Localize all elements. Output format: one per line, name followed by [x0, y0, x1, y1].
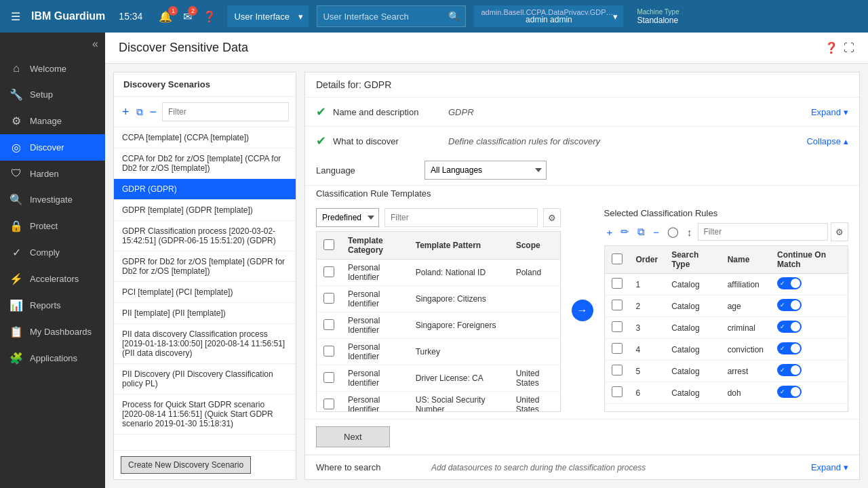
- scenario-item[interactable]: GDPR for Db2 for z/OS [template] (GDPR f…: [114, 251, 296, 282]
- delete-scenario-button[interactable]: −: [149, 105, 159, 119]
- next-button[interactable]: Next: [316, 426, 390, 447]
- notification-area: 🔔 1 ✉ 2 ❓: [156, 9, 219, 24]
- row-checkbox[interactable]: [323, 266, 334, 277]
- rule-checkbox[interactable]: [612, 321, 623, 332]
- help-button[interactable]: ❓: [200, 9, 219, 24]
- row-checkbox[interactable]: [323, 372, 334, 383]
- add-to-selected-button[interactable]: →: [572, 300, 593, 321]
- rule-checkbox[interactable]: [612, 365, 623, 375]
- cell-name: doh: [721, 382, 770, 404]
- sidebar-item-comply[interactable]: ✓Comply: [0, 239, 105, 266]
- main-content: Discover Sensitive Data ❓ ⛶ Discovery Sc…: [105, 33, 868, 488]
- page-resize-button[interactable]: ⛶: [844, 41, 854, 54]
- language-select[interactable]: All Languages: [425, 161, 547, 180]
- sidebar-item-investigate[interactable]: 🔍Investigate: [0, 186, 105, 213]
- rule-row[interactable]: 5 Catalog arrest ✓: [605, 361, 848, 382]
- rule-row[interactable]: 1 Catalog affiliation ✓: [605, 274, 848, 296]
- sidebar-item-protect[interactable]: 🔒Protect: [0, 213, 105, 239]
- table-row[interactable]: Personal Identifier Singapore: Citizens: [317, 286, 560, 312]
- scenario-item[interactable]: CCPA for Db2 for z/OS [template] (CCPA f…: [114, 148, 296, 179]
- copy-rule-button[interactable]: ⧉: [635, 224, 648, 239]
- rule-row[interactable]: 2 Catalog age ✓: [605, 296, 848, 317]
- page-title: Discover Sensitive Data: [119, 41, 248, 55]
- rule-row[interactable]: 4 Catalog conviction ✓: [605, 339, 848, 361]
- table-row[interactable]: Personal Identifier Singapore: Foreigner…: [317, 312, 560, 339]
- copy-scenario-button[interactable]: ⧉: [135, 106, 144, 118]
- sidebar-item-my-dashboards[interactable]: 📋My Dashboards: [0, 319, 105, 345]
- messages-button[interactable]: ✉ 2: [180, 9, 195, 24]
- continue-toggle[interactable]: ✓: [777, 342, 802, 354]
- continue-toggle[interactable]: ✓: [777, 386, 802, 398]
- sidebar-icon-investigate: 🔍: [9, 193, 23, 206]
- scenario-item[interactable]: PII [template] (PII [template]): [114, 303, 296, 324]
- search-input[interactable]: [323, 12, 448, 22]
- delete-rule-button[interactable]: −: [650, 225, 662, 239]
- row-checkbox[interactable]: [323, 399, 334, 409]
- sidebar-item-manage[interactable]: ⚙Manage: [0, 108, 105, 134]
- rule-row[interactable]: 3 Catalog criminal ✓: [605, 317, 848, 339]
- table-row[interactable]: Personal Identifier Poland: National ID …: [317, 260, 560, 286]
- name-expand-button[interactable]: Expand ▾: [811, 107, 848, 117]
- sidebar-item-applications[interactable]: 🧩Applications: [0, 345, 105, 371]
- predefined-select[interactable]: Predefined: [316, 208, 379, 227]
- row-checkbox[interactable]: [323, 293, 334, 304]
- scenario-item[interactable]: GDPR Classification process [2020-03-02-…: [114, 221, 296, 251]
- continue-toggle[interactable]: ✓: [777, 364, 802, 376]
- rule-checkbox[interactable]: [612, 300, 623, 310]
- create-scenario-button[interactable]: Create New Discovery Scenario: [121, 456, 251, 474]
- rule-checkbox[interactable]: [612, 343, 623, 354]
- rule-row[interactable]: 6 Catalog doh ✓: [605, 382, 848, 404]
- scenario-item[interactable]: GDPR [template] (GDPR [template]): [114, 200, 296, 221]
- sidebar-item-reports[interactable]: 📊Reports: [0, 292, 105, 319]
- rules-select-all[interactable]: [612, 253, 623, 264]
- filter-rule-button[interactable]: ◯: [665, 224, 682, 239]
- sidebar-label-investigate: Investigate: [30, 195, 73, 205]
- add-rule-button[interactable]: +: [604, 225, 616, 239]
- template-filter-input[interactable]: [384, 208, 538, 227]
- scenario-item[interactable]: PII Discovery (PII Discovery Classificat…: [114, 364, 296, 394]
- row-checkbox[interactable]: [323, 319, 334, 330]
- scenario-item[interactable]: Process for Quick Start GDPR scenario [2…: [114, 394, 296, 434]
- rules-settings-button[interactable]: ⚙: [831, 222, 848, 241]
- messages-badge: 2: [188, 6, 197, 16]
- hamburger-menu-button[interactable]: ☰: [8, 9, 23, 24]
- cell-pattern: US: Social Security Number: [409, 392, 509, 413]
- sort-rule-button[interactable]: ↕: [684, 225, 695, 239]
- cell-category: Personal Identifier: [341, 312, 409, 339]
- sidebar-toggle[interactable]: «: [0, 33, 105, 56]
- table-row[interactable]: Personal Identifier Turkey: [317, 339, 560, 365]
- continue-toggle[interactable]: ✓: [777, 299, 802, 311]
- where-expand-button[interactable]: Expand ▾: [811, 462, 848, 472]
- scenario-item[interactable]: PCI [template] (PCI [template]): [114, 282, 296, 303]
- sidebar-item-setup[interactable]: 🔧Setup: [0, 81, 105, 108]
- table-row[interactable]: Personal Identifier Driver License: CA U…: [317, 365, 560, 392]
- add-scenario-button[interactable]: +: [121, 105, 131, 119]
- col-name: Name: [721, 246, 770, 274]
- sidebar-item-accelerators[interactable]: ⚡Accelerators: [0, 266, 105, 292]
- rules-filter-input[interactable]: [698, 223, 828, 241]
- continue-toggle[interactable]: ✓: [777, 321, 802, 333]
- user-info-dropdown[interactable]: admin,Basell,CCPA,DataPrivacy,GDPR,GDPR …: [474, 5, 623, 27]
- scenario-item[interactable]: CCPA [template] (CCPA [template]): [114, 127, 296, 148]
- edit-rule-button[interactable]: ✏: [618, 224, 632, 239]
- scenario-item[interactable]: GDPR (GDPR): [114, 179, 296, 200]
- scenario-filter-input[interactable]: [162, 102, 289, 121]
- rule-checkbox[interactable]: [612, 386, 623, 397]
- sidebar-icon-comply: ✓: [9, 246, 23, 259]
- row-checkbox[interactable]: [323, 346, 334, 357]
- alerts-button[interactable]: 🔔 1: [156, 9, 175, 24]
- scenario-item[interactable]: PII data discovery Classification proces…: [114, 324, 296, 364]
- sidebar-item-discover[interactable]: ◎Discover: [0, 134, 105, 161]
- continue-toggle[interactable]: ✓: [777, 277, 802, 289]
- template-select-all[interactable]: [323, 239, 334, 250]
- template-settings-button[interactable]: ⚙: [543, 208, 561, 227]
- rule-checkbox[interactable]: [612, 278, 623, 289]
- sidebar-item-harden[interactable]: 🛡Harden: [0, 161, 105, 186]
- cell-scope: [509, 339, 560, 365]
- collapse-icon: ▴: [844, 136, 848, 146]
- page-help-button[interactable]: ❓: [825, 41, 838, 54]
- sidebar-item-welcome[interactable]: ⌂Welcome: [0, 56, 105, 81]
- what-collapse-button[interactable]: Collapse ▴: [806, 136, 848, 146]
- table-row[interactable]: Personal Identifier US: Social Security …: [317, 392, 560, 413]
- ui-dropdown[interactable]: User Interface: [227, 5, 309, 27]
